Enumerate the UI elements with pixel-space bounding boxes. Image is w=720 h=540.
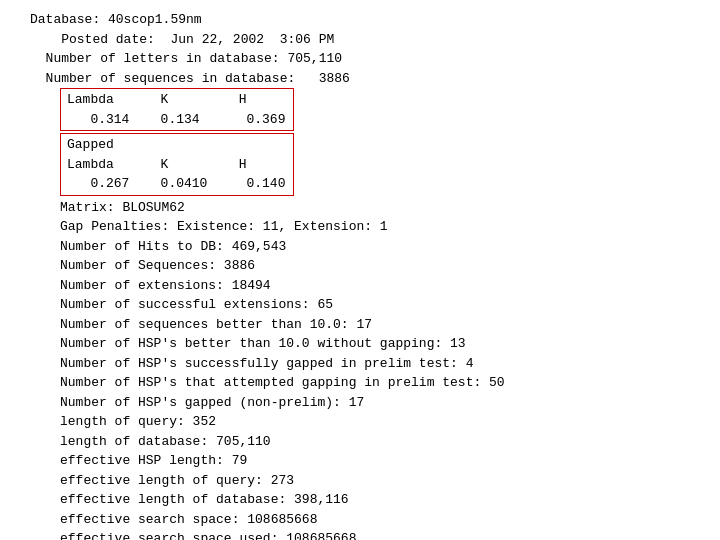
gapped-box: Gapped Lambda K H 0.267 0.0410 0.140 [60, 133, 294, 196]
lambda-headers: Lambda K H 0.314 0.134 0.369 [67, 90, 285, 129]
database-info: Database: 40scop1.59nm Posted date: Jun … [30, 10, 690, 88]
gapped-content: Gapped Lambda K H 0.267 0.0410 0.140 [67, 135, 285, 194]
num-sequences-line: Number of sequences in database: 3886 [30, 71, 350, 86]
statistics-block: Matrix: BLOSUM62 Gap Penalties: Existenc… [60, 198, 690, 541]
database-line: Database: 40scop1.59nm [30, 12, 202, 27]
posted-date-line: Posted date: Jun 22, 2002 3:06 PM [30, 32, 334, 47]
main-content: Database: 40scop1.59nm Posted date: Jun … [30, 10, 690, 540]
num-letters-line: Number of letters in database: 705,110 [30, 51, 342, 66]
lambda-box: Lambda K H 0.314 0.134 0.369 [60, 88, 294, 131]
